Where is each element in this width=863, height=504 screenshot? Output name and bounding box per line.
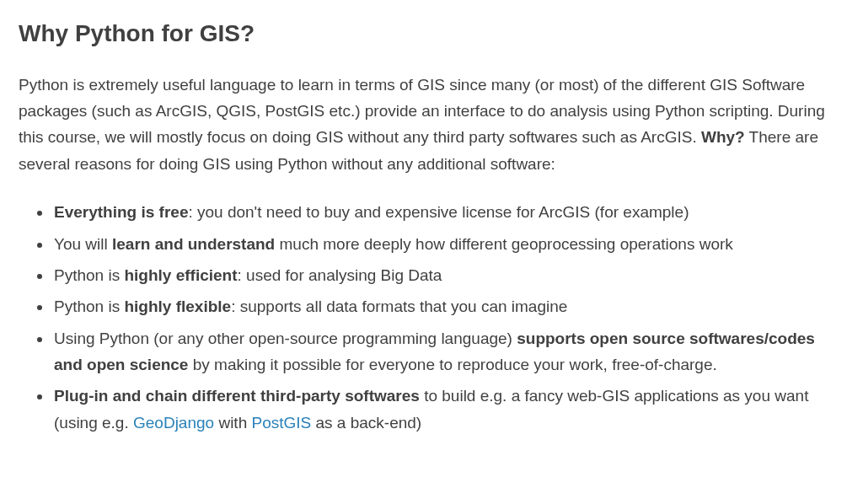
bullet-text: : you don't need to buy and expensive li… — [188, 203, 689, 221]
list-item: You will learn and understand much more … — [52, 231, 844, 257]
bullet-text: with — [214, 414, 251, 432]
bullet-bold: learn and understand — [112, 235, 275, 253]
list-item: Python is highly flexible: supports all … — [52, 293, 844, 319]
bullet-text: : supports all data formats that you can… — [231, 298, 567, 315]
intro-paragraph: Python is extremely useful language to l… — [19, 72, 844, 177]
reasons-list: Everything is free: you don't need to bu… — [19, 199, 844, 436]
list-item: Plug-in and chain different third-party … — [52, 383, 844, 436]
list-item: Using Python (or any other open-source p… — [52, 325, 844, 378]
section-heading: Why Python for GIS? — [19, 15, 844, 53]
bullet-pre: Python is — [54, 298, 124, 315]
bullet-bold: Everything is free — [54, 203, 188, 221]
geodjango-link[interactable]: GeoDjango — [133, 414, 214, 432]
bullet-bold: highly efficient — [124, 266, 237, 284]
bullet-text: much more deeply how different geoproces… — [275, 235, 733, 253]
postgis-link[interactable]: PostGIS — [251, 414, 311, 432]
bullet-text: : used for analysing Big Data — [238, 266, 442, 284]
list-item: Everything is free: you don't need to bu… — [52, 199, 844, 225]
bullet-text: as a back-end) — [311, 414, 421, 432]
bullet-bold: Plug-in and chain different third-party … — [54, 387, 420, 405]
bullet-text: by making it possible for everyone to re… — [188, 356, 716, 373]
bullet-pre: Using Python (or any other open-source p… — [54, 330, 517, 347]
list-item: Python is highly efficient: used for ana… — [52, 262, 844, 288]
intro-why-bold: Why? — [701, 128, 745, 146]
bullet-bold: highly flexible — [124, 298, 231, 315]
bullet-pre: Python is — [54, 266, 124, 284]
bullet-pre: You will — [54, 235, 112, 253]
